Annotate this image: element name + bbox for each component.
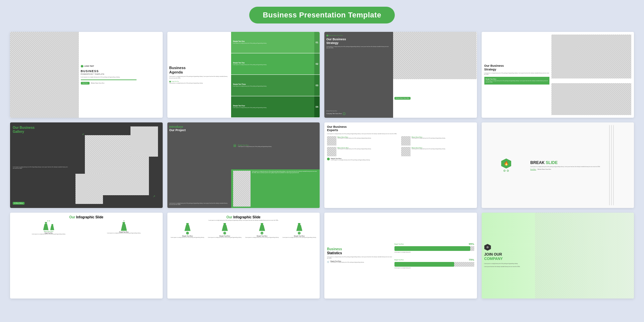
flask-body-c bbox=[259, 225, 265, 231]
infographic-title-white: Infographic Slide bbox=[76, 215, 103, 219]
slide-3-bottom: Website Name Goes Here bbox=[393, 79, 477, 118]
stat-percent-2: 75% bbox=[469, 258, 474, 261]
slide-6-image bbox=[233, 171, 250, 207]
experts-grid: Name Goes Here Lorem ipsum is a simply d… bbox=[327, 136, 474, 156]
v-line-2 bbox=[611, 125, 612, 206]
slide-4-title: Our BusinessStrategy bbox=[484, 64, 550, 71]
intro-title-white: Our Project bbox=[169, 128, 186, 132]
gallery-title: Our Business Gallery bbox=[13, 126, 68, 134]
person-icon bbox=[327, 158, 330, 160]
page-title: Business Presentation Template bbox=[263, 11, 381, 19]
item-label-2: Simple Text Here bbox=[219, 235, 230, 237]
agenda-item-4-title: Simple Text Four bbox=[233, 105, 313, 107]
bottom-row: Simple Text Here Lorem ipsum is a simply… bbox=[327, 158, 474, 161]
agenda-item-1-content: Simple Text One Lorem ipsum is a simply … bbox=[231, 32, 314, 53]
simple-text-stat: Lorem ipsum is a simply dummy text of th… bbox=[330, 262, 364, 263]
flask-large bbox=[43, 222, 49, 230]
slide-4-right bbox=[551, 35, 631, 115]
expert-2-image bbox=[401, 136, 411, 146]
stat-title-dark: Statistics bbox=[327, 251, 342, 255]
company-row: Company Title Goes Here › bbox=[326, 112, 391, 115]
stat-bar-2 bbox=[394, 262, 474, 267]
slide-3-desc: Lorem ipsum is a simply dummy text of th… bbox=[326, 46, 391, 49]
expert-card-2: Name Goes Here Lorem ipsum is a simply d… bbox=[401, 136, 474, 146]
flask-body-a bbox=[184, 225, 191, 231]
simple-text: Simple Text Two bbox=[172, 81, 179, 82]
spacer bbox=[394, 254, 474, 257]
expert-card-3: Name Green Here Lorem ipsum is a simply … bbox=[327, 147, 400, 156]
infographic-title-10: Our Infographic Slide bbox=[226, 215, 261, 219]
slide-3-image bbox=[393, 32, 477, 79]
read-more-link[interactable]: Read More bbox=[530, 169, 536, 170]
dot-2 bbox=[49, 220, 50, 221]
slide-8-left: 🔥 ⊕ ⊙ bbox=[484, 158, 529, 172]
dot-1 bbox=[47, 220, 48, 221]
green-box-desc: Lorem ipsum is a simply dummy text of th… bbox=[486, 80, 548, 83]
flask-icon-2 bbox=[221, 223, 228, 231]
company-title: Company Title Goes Here bbox=[326, 113, 342, 114]
dot-3 bbox=[123, 220, 124, 221]
join-sub-desc: Lorem ipsum has been the industry's stan… bbox=[484, 266, 532, 267]
agenda-item-3-content: Simple Text Three Lorem ipsum is a simpl… bbox=[231, 75, 314, 96]
agenda-item-2-num: 02 bbox=[314, 53, 320, 74]
badge-icon-1: ⌂ bbox=[186, 232, 189, 234]
v-line-3 bbox=[613, 125, 614, 206]
stat-bar-sub-2: Lorem ipsum is a simply dummy text bbox=[394, 267, 474, 269]
intro-title-green: Introduce bbox=[169, 125, 183, 128]
icons-row: ⊕ ⊙ bbox=[503, 170, 509, 172]
slide-10: Our Infographic Slide Lorem ipsum is a s… bbox=[167, 213, 320, 299]
flask-icon-3 bbox=[259, 223, 265, 231]
slide-12-left: ⚙ JOIN OUR COMPANY Lorem ipsum is a simp… bbox=[482, 213, 535, 299]
dots-row-2 bbox=[123, 220, 124, 221]
agenda-item-4: Simple Text Four Lorem ipsum is a simply… bbox=[231, 96, 320, 117]
slide-2-right: Simple Text One Lorem ipsum is a simply … bbox=[231, 32, 320, 118]
infographic-title-green: Our bbox=[69, 215, 76, 219]
agenda-sub: Lorem ipsum is a simply dummy text of th… bbox=[169, 83, 229, 84]
break-title: BREAK SLIDE bbox=[530, 160, 607, 165]
flask-body-lg bbox=[43, 224, 49, 230]
stat-checker-1 bbox=[470, 246, 474, 251]
slide-11-left: Business Statistics Lorem ipsum is a sim… bbox=[327, 215, 392, 296]
logo-hex-icon bbox=[81, 65, 84, 67]
stat-bar-1 bbox=[394, 246, 474, 251]
s6-desc: Lorem ipsum is a simply dummy text of th… bbox=[238, 146, 272, 148]
agenda-item-1: Simple Text One Lorem ipsum is a simply … bbox=[231, 32, 320, 53]
agenda-title: BusinessAgenda bbox=[169, 66, 229, 74]
stat-bar-sub-1: Lorem ipsum is a simply dummy text bbox=[394, 252, 474, 253]
stat-title-green: Business bbox=[327, 247, 342, 251]
stat-percent-1: 95% bbox=[469, 243, 474, 246]
join-green: COMPANY bbox=[484, 257, 503, 261]
flask-icon-inner bbox=[45, 223, 47, 224]
slide-1: LOGO TEXT BUSINESS POWERPOINT TEMPLATE L… bbox=[10, 32, 163, 118]
dark-hex-icon: ⚙ bbox=[484, 244, 491, 251]
infographic-title-9: Our Infographic Slide bbox=[69, 215, 103, 219]
expert-3-role: Lorem ipsum is a simply dummy text of th… bbox=[337, 149, 371, 150]
gear-icon: ⚙ bbox=[486, 246, 489, 249]
join-dark: JOIN OUR bbox=[484, 252, 502, 256]
infographic-grid-9: Name Goes Here Simple Text Here Lorem ip… bbox=[13, 220, 160, 235]
more-gallery-button[interactable]: ⊞ More Gallery bbox=[13, 202, 24, 205]
flask-neck-2 bbox=[123, 222, 125, 224]
item-desc-4: Lorem ipsum is a simply dummy text of th… bbox=[282, 237, 316, 238]
slide-5: Our Business Gallery Lorem ipsum is a si… bbox=[10, 122, 163, 208]
description: Lorem ipsum is a simply dummy test of th… bbox=[81, 76, 161, 78]
expert-1-image bbox=[327, 136, 336, 146]
bottom-text: Lorem ipsum is a simply dummy text of th… bbox=[252, 171, 318, 207]
badge-icon-4: ⚙ bbox=[298, 232, 301, 234]
stat-label-row-2: Simple Text Here 75% bbox=[394, 258, 474, 261]
click-here-button[interactable]: Click Here bbox=[81, 82, 90, 85]
flask-small bbox=[50, 224, 55, 230]
expert-card-1: Name Goes Here Lorem ipsum is a simply d… bbox=[327, 136, 400, 146]
slide-9: Our Infographic Slide bbox=[10, 213, 163, 299]
slide-1-content: LOGO TEXT BUSINESS POWERPOINT TEMPLATE L… bbox=[79, 32, 163, 118]
slide-4-image-bottom bbox=[551, 83, 631, 115]
slides-grid: LOGO TEXT BUSINESS POWERPOINT TEMPLATE L… bbox=[10, 32, 634, 299]
green-line bbox=[81, 79, 137, 80]
slide-4: Our BusinessStrategy Lorem ipsum is a si… bbox=[482, 32, 634, 118]
agenda-item-4-content: Simple Text Four Lorem ipsum is a simply… bbox=[231, 96, 314, 117]
circle-arrow-icon[interactable]: › bbox=[343, 112, 345, 115]
infographic-title-10-white: Infographic Slide bbox=[233, 215, 260, 219]
agenda-item-3-title: Simple Text Three bbox=[233, 84, 313, 85]
join-title: JOIN OUR COMPANY bbox=[484, 252, 532, 261]
item-desc-2: Lorem ipsum is a simply dummy text of th… bbox=[208, 237, 242, 238]
